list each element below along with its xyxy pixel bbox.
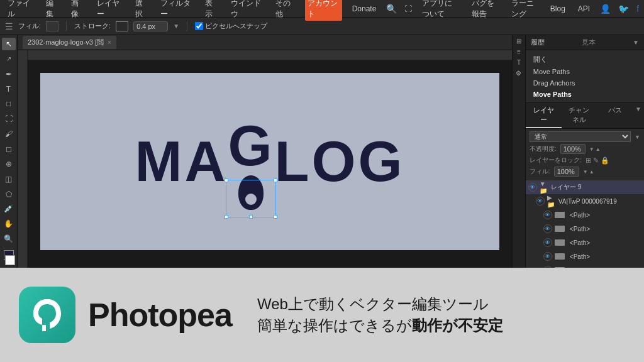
crop-tool[interactable]: ⛶ [2,112,16,125]
handle-bl [225,215,228,219]
menu-edit[interactable]: 編集 [43,0,61,21]
layer-visibility-icon[interactable]: 👁 [543,238,552,247]
canvas-surface[interactable]: MA G [40,73,499,250]
eraser-tool[interactable]: ◻ [2,143,16,155]
tab-close-button[interactable]: × [108,39,111,46]
zoom-tool[interactable]: 🔍 [2,233,16,245]
toolbar-file-label: フィル: [18,21,41,31]
opacity-input[interactable] [560,144,586,154]
stroke-color-swatch[interactable] [116,21,128,31]
panel-toggle-2[interactable]: T [517,59,521,66]
search-icon[interactable]: 🔍 [386,4,397,14]
history-icon[interactable]: ⊞ [516,38,521,45]
twitter-icon[interactable]: 🐦 [618,4,629,14]
history-item-drag[interactable]: Drag Anchors [526,77,644,89]
stroke-width-input[interactable] [133,21,168,31]
logo-drop-wrapper [238,178,264,210]
text-tool[interactable]: T [2,83,16,96]
lock-label: レイヤーをロック: [530,156,582,165]
bottom-promo: Photopea Web上で動くベクター編集ツール 簡単な操作はできるが動作が不… [0,268,644,362]
layer-item[interactable]: 👁<Path> [526,250,644,263]
menu-filter[interactable]: フィルター [158,0,195,21]
layer-name-label: レイヤー 9 [551,183,641,192]
fullscreen-icon[interactable]: ⛶ [404,4,412,13]
promo-logo-container: Photopea [19,287,232,343]
pen-tool[interactable]: ✒ [2,68,16,80]
right-panel-main: 履歴 見本 ▼ 開く Move Paths Drag Anchors Move … [525,35,644,268]
history-item-open[interactable]: 開く [526,53,644,66]
lock-pixels-icon[interactable]: ✎ [593,156,599,165]
menu-bugreport[interactable]: バグを報告 [469,0,501,21]
layer-visibility-icon[interactable]: 👁 [543,224,552,233]
layer-item[interactable]: 👁▶📁VA|TwP 0000067919 [526,194,644,208]
lock-position-icon[interactable]: ⊞ [586,156,591,165]
menu-donate[interactable]: Donate [350,3,379,14]
menu-select[interactable]: 選択 [133,0,150,21]
bucket-tool[interactable]: ⬠ [2,188,16,200]
menu-blog[interactable]: Blog [548,3,568,14]
menu-api[interactable]: API [575,3,592,14]
history-preview-title: 見本 [582,38,596,47]
panel-toggle-1[interactable]: ≡ [517,48,521,55]
layer-visibility-icon[interactable]: 👁 [543,252,552,261]
toolbar-sep-2 [187,21,187,31]
fill-label: フィル: [530,167,550,176]
tab-paths[interactable]: パス [597,103,633,128]
layer-visibility-icon[interactable]: 👁 [543,211,552,219]
layers-controls: 通常 ▼ 不透明度: ▼ ▲ レイヤーをロック: ⊞ ✎ 🔒 [526,129,644,179]
fill-color-swatch[interactable] [46,21,58,31]
layer-name-label: <Path> [570,212,641,219]
eyedropper-tool[interactable]: 💉 [2,202,16,215]
layer-item[interactable]: 👁<Path> [526,222,644,236]
clone-tool[interactable]: ⊕ [2,158,16,170]
select-tool[interactable]: ↖ [2,38,16,50]
menu-view[interactable]: 表示 [203,0,220,21]
menu-account[interactable]: アカウント [305,0,342,21]
handle-tr [274,178,277,182]
opacity-row: 不透明度: ▼ ▲ [530,144,640,154]
history-item-move1[interactable]: Move Paths [526,66,644,77]
menu-about[interactable]: アプリについて [419,0,462,21]
brush-tool[interactable]: 🖌 [2,128,16,140]
lock-all-icon[interactable]: 🔒 [601,156,609,165]
layer-visibility-icon[interactable]: 👁 [536,197,545,206]
hand-tool[interactable]: ✋ [2,217,16,230]
pixel-snap-checkbox[interactable] [195,22,203,30]
menu-window[interactable]: ウインドウ [228,0,265,21]
canvas-tab-bar: 2302-maglog-logo-v3 [閲 × [18,35,512,50]
left-toolbar: ↖ ↗ ✒ T □ ⛶ 🖌 ◻ ⊕ ◫ ⬠ 💉 ✋ 🔍 [0,35,18,268]
promo-line2-bold: 動作が不安定 [412,317,503,334]
direct-select-tool[interactable]: ↗ [2,53,16,65]
gradient-tool[interactable]: ◫ [2,173,16,185]
layer-item[interactable]: 👁▼📁レイヤー 9 [526,180,644,194]
tab-channels[interactable]: チャンネル [562,103,597,128]
layers-options-icon[interactable]: ▼ [633,103,644,128]
tab-layers[interactable]: レイヤー [526,103,562,128]
facebook-icon[interactable]: f [636,4,639,14]
handle-br [274,215,277,219]
shape-tool[interactable]: □ [2,97,16,110]
reddit-icon[interactable]: 👤 [600,4,611,14]
menu-file[interactable]: ファイル [5,0,36,21]
canvas-tab[interactable]: 2302-maglog-logo-v3 [閲 × [23,36,116,49]
layer-visibility-icon[interactable]: 👁 [528,183,537,192]
layer-color-indicator [555,267,565,268]
panel-collapse-icon[interactable]: ▼ [633,39,639,46]
layer-item[interactable]: 👁<Path> [526,236,644,250]
menu-other[interactable]: その他 [273,0,297,21]
menu-hamburger-icon[interactable]: ☰ [5,21,13,31]
fill-input[interactable] [554,167,579,177]
layer-item[interactable]: 👁<Path> [526,263,644,268]
handle-bm [249,215,253,219]
blend-mode-select[interactable]: 通常 [530,131,631,142]
layer-item[interactable]: 👁<Path> [526,208,644,222]
menu-layer[interactable]: レイヤー [94,0,125,21]
menu-learning[interactable]: ラーニング [509,0,540,21]
menu-image[interactable]: 画像 [69,0,86,21]
stroke-dropdown-icon[interactable]: ▼ [173,23,179,30]
layer-visibility-icon[interactable]: 👁 [543,266,552,268]
background-color[interactable] [5,255,15,265]
history-item-move2[interactable]: Move Paths [526,89,644,100]
menu-bar: ファイル 編集 画像 レイヤー 選択 フィルター 表示 ウインドウ その他 アカ… [0,0,644,18]
panel-toggle-3[interactable]: ⚙ [516,70,521,77]
